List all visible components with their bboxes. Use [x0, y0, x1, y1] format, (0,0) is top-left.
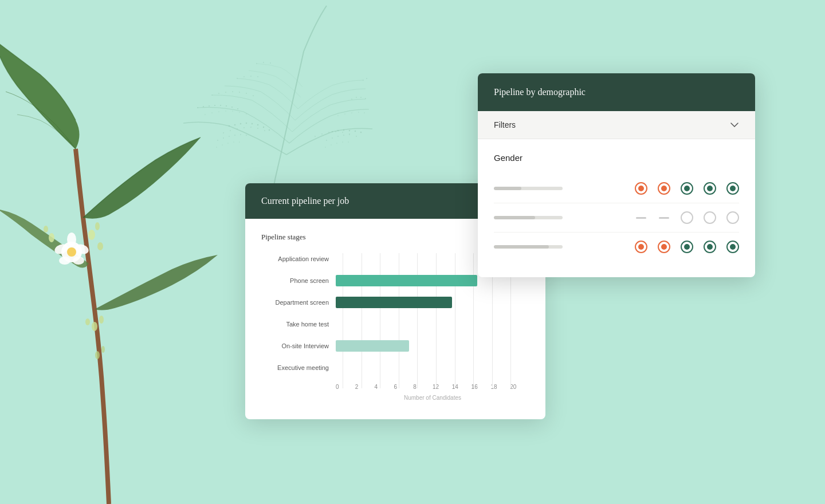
x-tick: 4	[375, 384, 394, 390]
radio-button-green-2[interactable]	[704, 182, 716, 195]
radio-button-green-1[interactable]	[681, 182, 693, 195]
chevron-down-icon	[730, 120, 739, 129]
bar-row-take-home: Take home test	[261, 318, 529, 330]
radio-button-orange-4[interactable]	[658, 241, 670, 253]
demographic-card: Pipeline by demographic Filters Gender	[478, 73, 755, 277]
demographic-row-3	[494, 233, 739, 261]
filters-bar[interactable]: Filters	[478, 111, 755, 139]
bar-track	[336, 340, 529, 352]
radio-group-1	[574, 182, 739, 195]
radio-button-empty-1[interactable]	[681, 211, 693, 224]
x-tick: 20	[510, 384, 529, 390]
radio-button-orange-2[interactable]	[658, 182, 670, 195]
radio-group-3	[574, 241, 739, 253]
filters-label: Filters	[494, 120, 516, 129]
bar-track	[336, 362, 529, 373]
x-tick: 18	[490, 384, 510, 390]
bar-label: Take home test	[261, 321, 336, 328]
demo-bar-track	[494, 216, 563, 219]
demographic-row-2	[494, 203, 739, 233]
demo-bar-fill	[494, 187, 521, 190]
bar-row-executive: Executive meeting	[261, 362, 529, 373]
radio-button-empty-3[interactable]	[726, 211, 739, 224]
demographic-row-1	[494, 174, 739, 203]
bar-track	[336, 318, 529, 330]
dash	[636, 217, 646, 219]
x-tick: 0	[336, 384, 355, 390]
dash-indicator-1	[635, 211, 647, 224]
demographic-body: Gender	[478, 139, 755, 277]
gender-heading: Gender	[494, 153, 739, 163]
demo-bar-fill	[494, 245, 549, 249]
bar-fill	[336, 297, 452, 308]
bar-fill	[336, 275, 477, 286]
radio-button-orange-3[interactable]	[635, 241, 647, 253]
x-tick: 16	[472, 384, 491, 390]
x-tick: 6	[394, 384, 413, 390]
radio-button-green-5[interactable]	[704, 241, 716, 253]
radio-button-empty-2[interactable]	[704, 211, 716, 224]
pipeline-card-title: Current pipeline per job	[261, 196, 349, 206]
demographic-card-header: Pipeline by demographic	[478, 73, 755, 111]
bar-row-onsite: On-site Interview	[261, 340, 529, 352]
radio-button-green-4[interactable]	[681, 241, 693, 253]
radio-button-orange-1[interactable]	[635, 182, 647, 195]
dash-indicator-2	[658, 211, 670, 224]
x-tick: 2	[355, 384, 375, 390]
bar-fill	[336, 340, 409, 352]
x-tick: 14	[452, 384, 472, 390]
radio-button-green-3[interactable]	[726, 182, 739, 195]
demo-bar-fill	[494, 216, 535, 219]
cards-container: Current pipeline per job Pipeline stages	[0, 0, 825, 504]
radio-button-green-6[interactable]	[726, 241, 739, 253]
radio-group-2	[574, 211, 739, 224]
bar-label: Executive meeting	[261, 364, 336, 371]
bar-row-department-screen: Department screen	[261, 297, 529, 308]
demo-bar-track	[494, 187, 563, 190]
bar-track	[336, 297, 529, 308]
bar-label: Department screen	[261, 299, 336, 306]
x-axis: 0 2 4 6 8 12 14 16 18 20	[336, 384, 529, 390]
bar-label: On-site Interview	[261, 342, 336, 349]
dash	[659, 217, 669, 219]
bar-label: Phone screen	[261, 277, 336, 284]
bar-label: Application review	[261, 255, 336, 262]
x-axis-label: Number of Candidates	[336, 395, 529, 401]
x-tick: 12	[433, 384, 452, 390]
demo-bar-track	[494, 245, 563, 249]
demographic-card-title: Pipeline by demographic	[494, 87, 586, 97]
x-tick: 8	[413, 384, 433, 390]
